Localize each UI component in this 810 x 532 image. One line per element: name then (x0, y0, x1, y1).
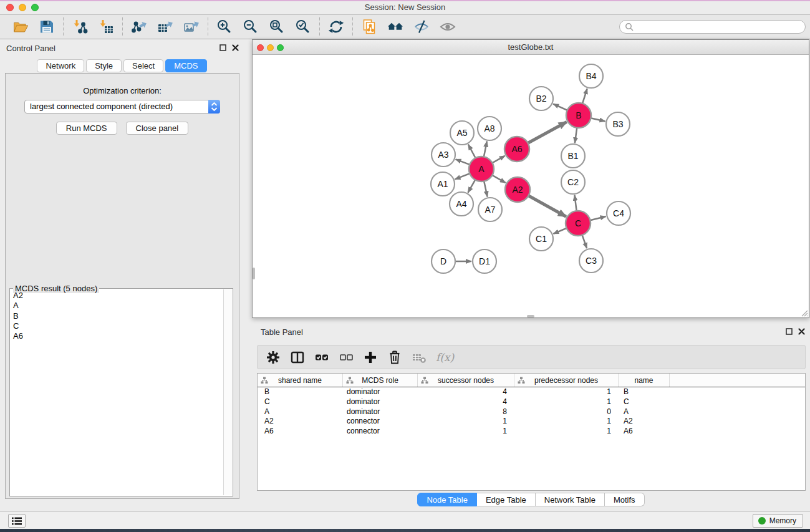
float-panel-icon[interactable] (219, 44, 226, 51)
graph-node-B1[interactable]: B1 (561, 144, 585, 168)
delete-column-icon[interactable] (387, 350, 402, 365)
network-horizontal-scrollbar[interactable] (527, 315, 534, 317)
select-all-checkboxes-icon[interactable] (314, 350, 329, 365)
deselect-all-checkboxes-icon[interactable] (339, 350, 354, 365)
graph-node-B4[interactable]: B4 (579, 64, 603, 88)
show-all-icon[interactable] (440, 19, 456, 35)
graph-node-A2[interactable]: A2 (505, 177, 530, 202)
table-cell: A6 (258, 427, 343, 437)
open-file-icon[interactable] (12, 19, 29, 35)
table-header-row: shared nameMCDS rolesuccessor nodesprede… (258, 374, 805, 387)
resize-grip-icon[interactable] (800, 309, 808, 317)
new-network-from-selection-icon[interactable] (361, 19, 377, 35)
result-scrollbar[interactable] (223, 289, 232, 495)
refresh-layout-icon[interactable] (328, 19, 344, 35)
network-window-titlebar[interactable]: testGlobe.txt (253, 40, 809, 55)
status-bar: Memory (0, 511, 810, 529)
result-item[interactable]: A6 (11, 331, 223, 341)
close-table-panel-icon[interactable] (798, 328, 805, 335)
graph-node-D[interactable]: D (432, 249, 455, 273)
graph-node-C4[interactable]: C4 (607, 201, 630, 225)
close-window-button[interactable] (6, 4, 14, 11)
run-mcds-button[interactable]: Run MCDS (56, 122, 117, 135)
mcds-result-list[interactable]: A2ABCA6 (11, 291, 223, 495)
graph-node-C2[interactable]: C2 (561, 170, 585, 194)
close-panel-button[interactable]: Close panel (126, 122, 189, 135)
graph-node-C3[interactable]: C3 (579, 249, 603, 273)
graph-node-C[interactable]: C (566, 211, 591, 236)
graph-node-A4[interactable]: A4 (450, 192, 473, 216)
export-network-icon[interactable] (131, 19, 147, 35)
result-item[interactable]: B (11, 311, 223, 321)
main-toolbar (0, 15, 810, 39)
export-image-icon[interactable] (183, 19, 200, 35)
network-vertical-scrollbar[interactable] (253, 268, 255, 279)
graph-node-B3[interactable]: B3 (606, 112, 630, 136)
search-box[interactable] (619, 20, 806, 34)
graph-node-C1[interactable]: C1 (529, 227, 553, 251)
table-cell: dominator (343, 387, 418, 397)
save-session-icon[interactable] (39, 19, 55, 35)
svg-text:B: B (576, 110, 581, 120)
graph-node-A3[interactable]: A3 (432, 143, 455, 167)
zoom-out-icon[interactable] (243, 19, 259, 35)
graph-node-A7[interactable]: A7 (478, 198, 502, 221)
tab-node-table[interactable]: Node Table (417, 493, 477, 506)
column-header-successor-nodes[interactable]: successor nodes (418, 374, 514, 387)
home-first-neighbors-icon[interactable] (387, 19, 403, 35)
float-table-panel-icon[interactable] (786, 328, 793, 335)
graph-node-A[interactable]: A (469, 157, 494, 181)
table-row[interactable]: A6connector11A6 (258, 427, 805, 437)
graph-node-B2[interactable]: B2 (529, 87, 553, 110)
zoom-window-button[interactable] (31, 4, 39, 11)
graph-node-A1[interactable]: A1 (431, 172, 455, 196)
hide-selected-icon[interactable] (413, 19, 430, 35)
tab-select[interactable]: Select (123, 59, 163, 72)
memory-button[interactable]: Memory (753, 514, 803, 528)
import-table-icon[interactable] (98, 19, 114, 35)
close-panel-icon[interactable] (232, 44, 239, 51)
search-input[interactable] (637, 22, 800, 32)
table-row[interactable]: A2connector11A2 (258, 417, 805, 427)
tab-motifs[interactable]: Motifs (605, 493, 645, 506)
svg-text:B1: B1 (567, 151, 578, 161)
function-builder-icon: f(x) (436, 351, 454, 364)
zoom-in-icon[interactable] (216, 19, 233, 35)
column-header-predecessor-nodes[interactable]: predecessor nodes (514, 374, 619, 387)
table-row[interactable]: Bdominator41B (258, 387, 805, 397)
settings-gear-icon[interactable] (266, 350, 281, 365)
tab-network-table[interactable]: Network Table (536, 493, 605, 506)
table-row[interactable]: Cdominator41C (258, 397, 805, 407)
graph-node-D1[interactable]: D1 (473, 249, 496, 273)
tab-edge-table[interactable]: Edge Table (477, 493, 536, 506)
export-table-icon[interactable] (157, 19, 173, 35)
task-history-button[interactable] (8, 514, 26, 528)
network-close-button[interactable] (257, 44, 264, 51)
network-zoom-button[interactable] (277, 44, 284, 51)
table-row[interactable]: Adominator80A (258, 407, 805, 417)
column-header-MCDS-role[interactable]: MCDS role (343, 374, 418, 387)
graph-node-B[interactable]: B (566, 103, 591, 128)
import-network-icon[interactable] (72, 19, 88, 35)
node-table: shared nameMCDS rolesuccessor nodesprede… (257, 373, 806, 491)
result-item[interactable]: A (11, 301, 223, 311)
show-columns-icon[interactable] (290, 350, 305, 365)
network-minimize-button[interactable] (267, 44, 274, 51)
result-item[interactable]: C (11, 321, 223, 331)
graph-node-A5[interactable]: A5 (450, 121, 474, 145)
column-header-shared-name[interactable]: shared name (258, 374, 343, 387)
criterion-dropdown[interactable]: largest connected component (directed) (24, 100, 220, 114)
zoom-fit-icon[interactable] (269, 19, 285, 35)
minimize-window-button[interactable] (19, 4, 26, 11)
graph-node-A6[interactable]: A6 (504, 137, 529, 162)
tab-style[interactable]: Style (86, 59, 122, 72)
tab-network[interactable]: Network (37, 59, 84, 72)
tab-mcds[interactable]: MCDS (165, 59, 206, 72)
column-header-name[interactable]: name (619, 374, 670, 387)
result-item[interactable]: A2 (11, 291, 223, 301)
table-panel-header: Table Panel (252, 323, 810, 341)
zoom-selected-icon[interactable] (295, 19, 311, 35)
network-canvas[interactable]: B4B2BB3B1A5A8A6A3AA1A4A7A2C2CC4C1C3DD1 (253, 56, 809, 318)
add-column-icon[interactable] (363, 350, 378, 365)
graph-node-A8[interactable]: A8 (478, 117, 501, 140)
